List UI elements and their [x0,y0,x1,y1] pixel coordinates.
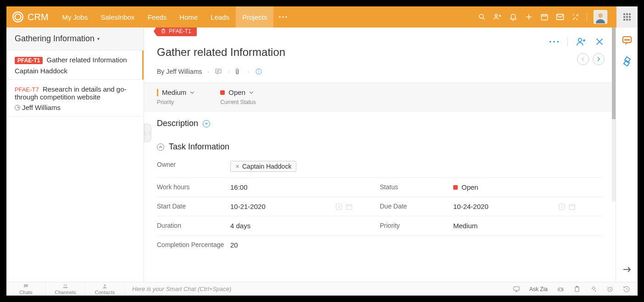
nav-more[interactable] [273,6,293,27]
nav-item-salesinbox[interactable]: SalesInbox [94,6,141,27]
detail-actions [549,37,605,47]
invite-users-icon[interactable] [493,12,502,22]
calendar-icon[interactable] [540,12,549,22]
tools-icon[interactable] [571,12,580,22]
ask-zia-link[interactable]: Ask Zia [529,286,548,292]
owner-value: Captain Haddock [242,163,291,170]
field-owner[interactable]: Owner ✕Captain Haddock [157,155,603,178]
zia-panel-icon[interactable] [622,56,633,67]
more-actions-icon[interactable] [549,37,559,47]
start-date-value: 10-21-2020 [230,203,266,210]
clear-date-icon[interactable] [336,203,342,210]
nav-separator [587,12,587,22]
history-icon[interactable] [623,286,630,293]
detail-scroll[interactable]: PFAE-T1 Gather related Information By Je… [144,27,616,282]
sparkle-icon[interactable] [590,286,597,293]
info-icon[interactable] [255,68,262,75]
chevron-down-icon [190,90,194,95]
bottom-tab-channels[interactable]: Channels [46,282,85,296]
task-list-item[interactable]: PFAE-T7 Research in details and go-throu… [6,80,144,116]
alarm-icon[interactable] [606,286,614,293]
completion-value: 20 [230,241,603,249]
field-completion[interactable]: Completion Percentage 20 [157,236,603,254]
svg-rect-24 [626,19,628,21]
nav-item-my-jobs[interactable]: My Jobs [56,6,94,27]
field-due-date[interactable]: Due Date 10-24-2020 [380,197,603,216]
comment-icon[interactable] [215,68,222,75]
status-field-value: Open [461,183,478,191]
panel-resize-handle[interactable]: ⋮⋮ [144,124,151,142]
nav-item-feeds[interactable]: Feeds [141,6,173,27]
prev-record[interactable] [577,53,589,65]
svg-line-70 [607,286,608,287]
notifications-icon[interactable] [509,12,518,22]
user-avatar[interactable] [594,10,607,24]
svg-rect-46 [569,204,575,209]
work-hours-value: 16:00 [230,183,380,191]
task-detail: PFAE-T1 Gather related Information By Je… [144,27,638,282]
nav-item-home[interactable]: Home [173,6,204,27]
nav-item-leads[interactable]: Leads [204,6,236,27]
status-label: Current Status [220,99,255,105]
calendar-picker-icon[interactable] [346,203,352,210]
field-work-hours[interactable]: Work hours 16:00 [157,178,380,197]
status-indicator [453,185,458,190]
gamepad-icon[interactable] [557,286,564,293]
clipboard-mini-icon[interactable] [573,286,581,293]
clear-date-icon[interactable] [559,203,565,210]
owner-label: Owner [157,161,230,172]
calendar-picker-icon[interactable] [569,203,575,210]
priority-selector[interactable]: Medium Priority [157,88,194,105]
task-title: Gather related Information [47,56,127,64]
description-heading: Description [157,119,198,128]
owner-chip[interactable]: ✕Captain Haddock [230,161,296,172]
contacts-icon [102,283,108,289]
field-status[interactable]: Status Open [380,178,603,197]
field-priority[interactable]: Priority Medium [380,216,603,236]
smart-chat-hint[interactable]: Here is your Smart Chat (Ctrl+Space) [125,286,505,292]
svg-point-54 [66,284,67,286]
attachment-icon[interactable] [235,68,242,75]
add-description[interactable]: + [203,120,210,127]
bottom-tab-chats[interactable]: Chats [6,282,46,296]
field-start-date[interactable]: Start Date 10-21-2020 [157,197,380,216]
channels-icon [62,283,68,289]
priority-label: Priority [157,99,194,105]
svg-rect-56 [514,286,519,290]
app-switcher[interactable] [616,6,638,27]
nav-item-projects[interactable]: Projects [236,6,273,27]
mail-icon[interactable] [555,12,565,22]
remove-owner-icon[interactable]: ✕ [235,164,239,170]
bottom-tab-contacts[interactable]: Contacts [85,282,125,296]
brand-logo[interactable]: CRM [12,11,49,23]
nav-right [477,6,632,27]
collapse-section[interactable] [157,143,164,151]
assign-user-icon[interactable] [576,37,586,47]
svg-rect-22 [629,16,631,18]
task-tag: PFAE-T7 [15,86,39,93]
channels-label: Channels [55,290,76,295]
search-icon[interactable] [477,12,487,22]
status-indicator [220,90,225,95]
chat-panel-icon[interactable] [622,35,633,46]
svg-line-69 [610,289,611,290]
add-icon[interactable] [524,12,533,22]
detail-task-tag: PFAE-T1 [157,27,197,36]
detail-title: Gather related Information [157,46,603,59]
scrollbar-thumb[interactable] [612,27,616,119]
next-record[interactable] [593,53,605,65]
task-info-heading: Task Information [169,142,229,152]
task-list-filter[interactable]: Gathering Information ▾ [6,27,144,50]
svg-rect-10 [541,15,548,20]
record-nav [577,53,605,65]
scrollbar[interactable] [612,27,616,202]
contacts-label: Contacts [95,290,115,295]
svg-rect-28 [216,69,221,73]
completion-label: Completion Percentage [157,241,230,249]
expand-panel-icon[interactable] [622,264,633,275]
task-list-item[interactable]: PFAE-T1 Gather related Information Capta… [6,50,144,80]
screen-share-icon[interactable] [513,286,520,293]
field-duration[interactable]: Duration 4 days [157,216,380,236]
status-selector[interactable]: Open Current Status [220,88,255,105]
close-icon[interactable] [594,37,605,47]
